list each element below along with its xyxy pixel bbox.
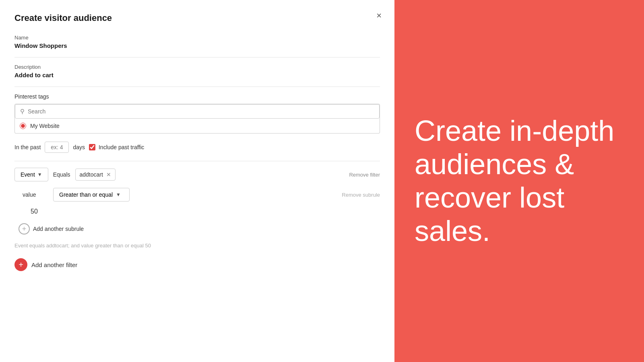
search-box[interactable]: ⚲ <box>15 104 380 119</box>
past-days-input[interactable] <box>45 142 69 153</box>
subrule-section: value Greater than or equal ▼ Remove sub… <box>23 188 380 215</box>
include-traffic-row: Include past traffic <box>89 144 144 150</box>
description-label: Description <box>14 64 380 70</box>
subrule-value-label: value <box>23 191 47 198</box>
close-button[interactable]: × <box>376 11 382 20</box>
add-filter-label: Add another filter <box>31 261 77 268</box>
tag-close-icon[interactable]: ✕ <box>106 172 111 177</box>
pinterest-tags-label: Pinterest tags <box>14 93 380 100</box>
name-section: Name Window Shoppers <box>14 35 380 49</box>
event-dropdown-label: Event <box>21 171 35 178</box>
add-subrule-label: Add another subrule <box>33 226 84 232</box>
search-input[interactable] <box>28 108 374 115</box>
add-filter-icon: + <box>14 258 27 271</box>
gte-dropdown[interactable]: Greater than or equal ▼ <box>53 188 130 202</box>
subrule-row: value Greater than or equal ▼ Remove sub… <box>23 188 380 202</box>
event-dropdown-chevron-icon: ▼ <box>37 172 42 177</box>
right-panel: Create in-depth audiences & recover lost… <box>394 0 644 362</box>
tag-value: addtocart <box>80 171 103 178</box>
remove-filter-button[interactable]: Remove filter <box>349 172 380 178</box>
summary-text: Event equals addtocart; and value greate… <box>14 243 380 249</box>
remove-subrule-button[interactable]: Remove subrule <box>342 192 380 198</box>
add-subrule-icon: + <box>19 223 30 234</box>
event-dropdown[interactable]: Event ▼ <box>14 168 48 181</box>
search-wrapper: ⚲ <box>14 104 380 119</box>
past-label-post: days <box>73 144 85 150</box>
subrule-number: 50 <box>31 208 380 215</box>
gte-dropdown-chevron-icon: ▼ <box>116 192 121 197</box>
website-radio-option[interactable]: My Website <box>14 119 380 134</box>
divider-1 <box>14 57 380 58</box>
divider-2 <box>14 86 380 87</box>
pinterest-tags-section: Pinterest tags ⚲ My Website <box>14 93 380 134</box>
past-row: In the past days Include past traffic <box>14 142 380 153</box>
equals-text: Equals <box>53 171 70 178</box>
my-website-label: My Website <box>30 123 60 129</box>
include-traffic-checkbox[interactable] <box>89 144 95 150</box>
name-label: Name <box>14 35 380 41</box>
modal-title: Create visitor audience <box>14 13 380 23</box>
divider-3 <box>14 161 380 161</box>
my-website-radio[interactable] <box>20 123 26 129</box>
include-traffic-label: Include past traffic <box>99 144 144 150</box>
filter-row: Event ▼ Equals addtocart ✕ Remove filter <box>14 168 380 181</box>
description-value: Added to cart <box>14 72 380 78</box>
past-label-pre: In the past <box>14 144 41 150</box>
search-icon: ⚲ <box>20 108 25 115</box>
name-value: Window Shoppers <box>14 42 380 49</box>
tag-pill: addtocart ✕ <box>75 169 116 181</box>
add-subrule-button[interactable]: + Add another subrule <box>19 223 84 234</box>
description-section: Description Added to cart <box>14 64 380 78</box>
promo-text: Create in-depth audiences & recover lost… <box>415 114 624 247</box>
add-filter-button[interactable]: + Add another filter <box>14 258 77 271</box>
gte-dropdown-label: Greater than or equal <box>59 191 113 198</box>
modal-panel: × Create visitor audience Name Window Sh… <box>0 0 394 362</box>
